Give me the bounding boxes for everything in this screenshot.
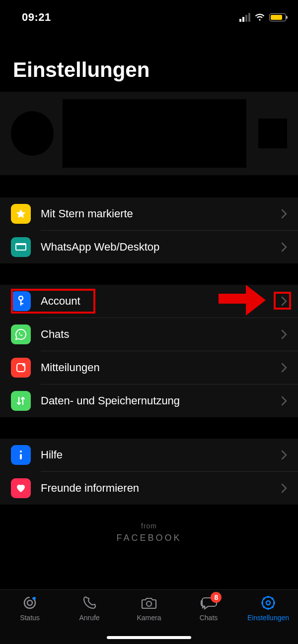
star-icon: [11, 204, 31, 224]
row-account[interactable]: Account: [0, 285, 298, 318]
row-help[interactable]: Hilfe: [0, 439, 298, 471]
info-icon: [11, 445, 31, 465]
battery-icon: [269, 13, 286, 21]
svg-point-9: [33, 597, 36, 600]
row-label: Mitteilungen: [41, 361, 100, 374]
svg-rect-1: [16, 244, 26, 245]
section-support: Hilfe Freunde informieren: [0, 439, 298, 505]
notifications-icon: [11, 358, 31, 378]
chats-icon: 8: [179, 595, 238, 611]
chats-badge: 8: [211, 592, 222, 603]
heart-icon: [11, 478, 31, 498]
gear-icon: [238, 595, 298, 611]
desktop-icon: [11, 237, 31, 257]
chevron-right-icon: [281, 296, 287, 306]
wifi-icon: [254, 13, 265, 21]
chevron-right-icon: [281, 363, 287, 373]
status-time: 09:21: [22, 11, 51, 24]
avatar: [11, 111, 54, 156]
section-preferences: Account Chats Mitteilungen Daten- und Sp…: [0, 285, 298, 417]
svg-point-12: [266, 601, 270, 605]
row-tell-a-friend[interactable]: Freunde informieren: [0, 472, 298, 505]
row-whatsapp-web[interactable]: WhatsApp Web/Desktop: [0, 231, 298, 263]
page-title: Einstellungen: [0, 27, 298, 92]
footer-from-label: from: [0, 522, 298, 530]
status-indicators: [239, 13, 286, 22]
footer-brand-label: FACEBOOK: [0, 533, 298, 543]
tab-label: Kamera: [137, 614, 161, 622]
svg-point-8: [27, 600, 32, 605]
profile-name-redacted: [63, 99, 246, 168]
cellular-icon: [239, 13, 250, 22]
section-media: Mit Stern markierte WhatsApp Web/Desktop: [0, 197, 298, 263]
camera-icon: [119, 595, 179, 611]
row-label: Hilfe: [41, 449, 63, 461]
svg-point-5: [20, 451, 22, 452]
home-indicator[interactable]: [107, 636, 191, 639]
status-bar: 09:21: [0, 0, 298, 27]
phone-icon: [60, 595, 119, 611]
svg-rect-6: [20, 454, 22, 459]
whatsapp-icon: [11, 324, 31, 344]
row-label: Account: [41, 295, 80, 308]
tab-settings[interactable]: Einstellungen: [238, 595, 298, 644]
row-label: Daten- und Speichernutzung: [41, 394, 180, 407]
row-chats[interactable]: Chats: [0, 318, 298, 351]
row-data-storage[interactable]: Daten- und Speichernutzung: [0, 385, 298, 417]
footer-branding: from FACEBOOK: [0, 505, 298, 548]
tab-label: Anrufe: [79, 614, 99, 622]
tab-label: Einstellungen: [247, 614, 289, 622]
chevron-right-icon: [281, 483, 287, 493]
svg-point-10: [147, 601, 151, 606]
row-label: Mit Stern markierte: [41, 207, 133, 220]
chevron-right-icon: [281, 396, 287, 406]
row-label: WhatsApp Web/Desktop: [41, 241, 159, 254]
row-notifications[interactable]: Mitteilungen: [0, 351, 298, 384]
svg-point-4: [22, 363, 25, 366]
profile-qr-redacted: [258, 119, 287, 148]
profile-row[interactable]: [0, 92, 298, 175]
chevron-right-icon: [281, 242, 287, 252]
tab-label: Chats: [200, 614, 218, 622]
tab-bar: Status Anrufe Kamera 8 Chats Einstellung…: [0, 589, 298, 644]
key-icon: [11, 291, 31, 311]
tab-status[interactable]: Status: [0, 595, 60, 644]
row-label: Freunde informieren: [41, 482, 139, 495]
row-label: Chats: [41, 328, 69, 341]
chevron-right-icon: [281, 450, 287, 460]
status-icon: [0, 595, 60, 611]
chevron-right-icon: [281, 329, 287, 339]
row-starred-messages[interactable]: Mit Stern markierte: [0, 197, 298, 230]
tab-label: Status: [20, 614, 40, 622]
chevron-right-icon: [281, 209, 287, 219]
data-arrows-icon: [11, 391, 31, 411]
